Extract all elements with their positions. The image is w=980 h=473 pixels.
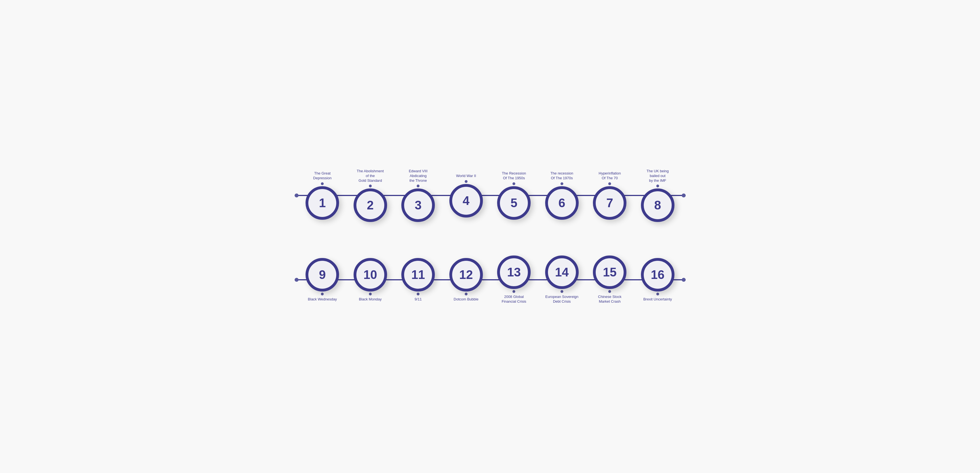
row2-items: 9Black Wednesday10Black Monday119/1112Do… bbox=[299, 256, 682, 304]
left-end-dot-2 bbox=[294, 278, 299, 282]
label-4: World War II bbox=[456, 174, 476, 178]
circle-node-1: 1 bbox=[305, 186, 339, 220]
timeline-item-6[interactable]: The recession Of The 1970s6 bbox=[538, 171, 586, 220]
circle-node-14: 14 bbox=[545, 256, 579, 289]
dot-connector-2 bbox=[369, 184, 372, 187]
circle-node-5: 5 bbox=[497, 186, 531, 220]
label-14: European Sovereign Debt Crisis bbox=[545, 295, 578, 304]
timeline-item-10[interactable]: 10Black Monday bbox=[346, 258, 395, 302]
timeline-item-13[interactable]: 132008 Global Financial Crisis bbox=[490, 256, 538, 304]
timeline-item-7[interactable]: Hyperinflation Of The 707 bbox=[586, 171, 634, 220]
dot-connector-13 bbox=[512, 290, 515, 293]
timeline-row-2: 9Black Wednesday10Black Monday119/1112Do… bbox=[294, 256, 686, 304]
left-end-dot-1 bbox=[294, 194, 299, 197]
label-11: 9/11 bbox=[415, 297, 422, 302]
timeline-item-5[interactable]: The Recession Of The 1950s5 bbox=[490, 171, 538, 220]
circle-node-4: 4 bbox=[449, 184, 483, 217]
timeline-item-4[interactable]: World War II4 bbox=[442, 174, 490, 217]
circle-node-10: 10 bbox=[353, 258, 387, 292]
circle-node-16: 16 bbox=[641, 258, 675, 292]
timeline-item-9[interactable]: 9Black Wednesday bbox=[299, 258, 347, 302]
label-16: Brexit Uncertainty bbox=[643, 297, 672, 302]
dot-connector-14 bbox=[560, 290, 563, 293]
timeline-item-2[interactable]: The Abolishment of the Gold Standard2 bbox=[346, 169, 395, 222]
timeline-item-3[interactable]: Edward VIII Abdicating the Throne3 bbox=[395, 169, 442, 222]
dot-connector-1 bbox=[321, 183, 324, 185]
timeline-item-1[interactable]: The Great Depression1 bbox=[299, 171, 347, 220]
circle-node-8: 8 bbox=[641, 189, 675, 222]
timeline-item-12[interactable]: 12Dotcom Bubble bbox=[442, 258, 490, 302]
label-1: The Great Depression bbox=[313, 171, 331, 181]
label-6: The recession Of The 1970s bbox=[550, 171, 573, 181]
dot-connector-6 bbox=[560, 183, 563, 185]
circle-node-12: 12 bbox=[449, 258, 483, 292]
row1-items: The Great Depression1The Abolishment of … bbox=[299, 169, 682, 222]
dot-connector-5 bbox=[512, 183, 515, 185]
circle-node-7: 7 bbox=[593, 186, 627, 220]
label-12: Dotcom Bubble bbox=[453, 297, 479, 302]
dot-connector-8 bbox=[656, 184, 659, 187]
dot-connector-9 bbox=[321, 293, 324, 295]
timeline-item-16[interactable]: 16Brexit Uncertainty bbox=[634, 258, 682, 302]
timeline-item-11[interactable]: 119/11 bbox=[395, 258, 442, 302]
label-10: Black Monday bbox=[359, 297, 382, 302]
dot-connector-15 bbox=[608, 290, 611, 293]
timeline-item-8[interactable]: The UK being bailed out by the IMF8 bbox=[634, 169, 682, 222]
label-13: 2008 Global Financial Crisis bbox=[501, 295, 526, 304]
timeline-row-1: The Great Depression1The Abolishment of … bbox=[294, 169, 686, 222]
dot-connector-3 bbox=[417, 184, 420, 187]
label-5: The Recession Of The 1950s bbox=[502, 171, 526, 181]
right-end-dot-1 bbox=[682, 194, 686, 197]
circle-node-2: 2 bbox=[353, 189, 387, 222]
circle-node-9: 9 bbox=[305, 258, 339, 292]
label-9: Black Wednesday bbox=[308, 297, 337, 302]
label-15: Chinese Stock Market Crash bbox=[598, 295, 621, 304]
dot-connector-12 bbox=[465, 293, 468, 295]
circle-node-3: 3 bbox=[401, 189, 435, 222]
label-7: Hyperinflation Of The 70 bbox=[599, 171, 621, 181]
circle-node-6: 6 bbox=[545, 186, 579, 220]
dot-connector-11 bbox=[417, 293, 420, 295]
circle-node-15: 15 bbox=[593, 256, 627, 289]
circle-node-11: 11 bbox=[401, 258, 435, 292]
timeline-item-15[interactable]: 15Chinese Stock Market Crash bbox=[586, 256, 634, 304]
dot-connector-7 bbox=[608, 183, 611, 185]
label-8: The UK being bailed out by the IMF bbox=[646, 169, 669, 183]
dot-connector-4 bbox=[465, 180, 468, 183]
label-3: Edward VIII Abdicating the Throne bbox=[409, 169, 428, 183]
right-end-dot-2 bbox=[682, 278, 686, 282]
dot-connector-16 bbox=[656, 293, 659, 295]
circle-node-13: 13 bbox=[497, 256, 531, 289]
dot-connector-10 bbox=[369, 293, 372, 295]
timeline-item-14[interactable]: 14European Sovereign Debt Crisis bbox=[538, 256, 586, 304]
label-2: The Abolishment of the Gold Standard bbox=[356, 169, 384, 183]
